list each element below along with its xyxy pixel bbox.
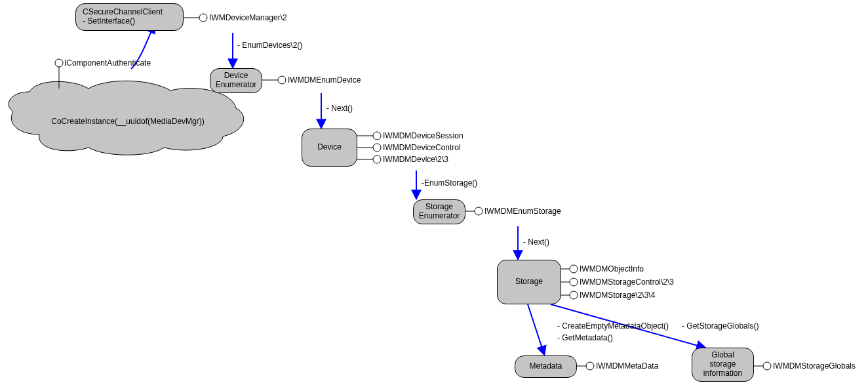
svg-point-13 <box>373 155 381 163</box>
interface-iwmdmdevicecontrol: IWMDMDeviceControl <box>383 143 461 152</box>
node-storage: Storage <box>497 260 561 304</box>
interface-iwmdmstorageglobals: IWMDMStorageGlobals <box>773 361 856 371</box>
interface-iwmdmenumstorage: IWMDMEnumStorage <box>484 207 561 216</box>
edge-createemptymetadata: - CreateEmptyMetadataObject() <box>557 321 669 331</box>
interface-iwmdmdevicesession: IWMDMDeviceSession <box>383 131 464 140</box>
node-secure-channel-client: CSecureChannelClient- SetInterface() <box>75 3 184 31</box>
node-metadata: Metadata <box>515 355 577 378</box>
node-label: Globalstorageinformation <box>703 351 742 378</box>
svg-point-3 <box>199 14 207 22</box>
svg-point-19 <box>570 265 578 273</box>
svg-point-1 <box>55 59 63 67</box>
node-global-storage-info: Globalstorageinformation <box>692 348 754 382</box>
node-label: DeviceEnumerator <box>216 71 257 90</box>
node-storage-enumerator: StorageEnumerator <box>413 199 465 224</box>
interface-iwmdmenumdevice: IWMDMEnumDevice <box>288 75 361 85</box>
edge-getstorageglobals: - GetStorageGlobals() <box>682 321 759 331</box>
node-label: StorageEnumerator <box>419 203 460 221</box>
svg-point-23 <box>570 291 578 299</box>
node-label: Storage <box>515 277 543 287</box>
svg-line-24 <box>528 304 544 354</box>
svg-point-6 <box>278 76 286 84</box>
interface-iwmdmstoragecontrol: IWMDMStorageControl\2\3 <box>580 277 674 287</box>
edge-getmetadata: - GetMetadata() <box>557 333 613 342</box>
diagram-canvas: CSecureChannelClient- SetInterface() CoC… <box>0 0 868 385</box>
interface-iwmdmdevice: IWMDMDevice\2\3 <box>383 155 448 164</box>
interface-iwmdmstorage: IWMDMStorage\2\3\4 <box>580 291 655 300</box>
svg-point-27 <box>586 362 594 370</box>
node-label: CSecureChannelClient- SetInterface() <box>83 8 163 26</box>
node-label: CoCreateInstance(__uuidof(MediaDevMgr)) <box>51 117 204 126</box>
interface-iwmdevicemanager: IWMDeviceManager\2 <box>209 13 287 22</box>
svg-point-21 <box>570 278 578 286</box>
node-device: Device <box>302 129 357 167</box>
edge-enumdevices: - EnumDevices\2() <box>237 41 302 50</box>
interface-iwmdmobjectinfo: IWMDMObjectInfo <box>580 264 644 274</box>
node-label: Metadata <box>529 362 562 371</box>
svg-point-11 <box>373 144 381 152</box>
node-cocreateinstance-cloud: CoCreateInstance(__uuidof(MediaDevMgr)) <box>7 85 249 157</box>
svg-point-9 <box>373 132 381 140</box>
svg-point-29 <box>763 362 771 370</box>
svg-point-16 <box>475 207 483 215</box>
edge-next-2: - Next() <box>523 237 549 247</box>
interface-iwmdmmetadata: IWMDMMetaData <box>596 361 658 371</box>
edge-enumstorage: -EnumStorage() <box>422 178 477 188</box>
edge-next-1: - Next() <box>326 104 353 113</box>
node-label: Device <box>317 143 342 152</box>
interface-icomponentauthenticate: IComponentAuthenticate <box>64 58 151 68</box>
node-device-enumerator: DeviceEnumerator <box>210 68 262 93</box>
